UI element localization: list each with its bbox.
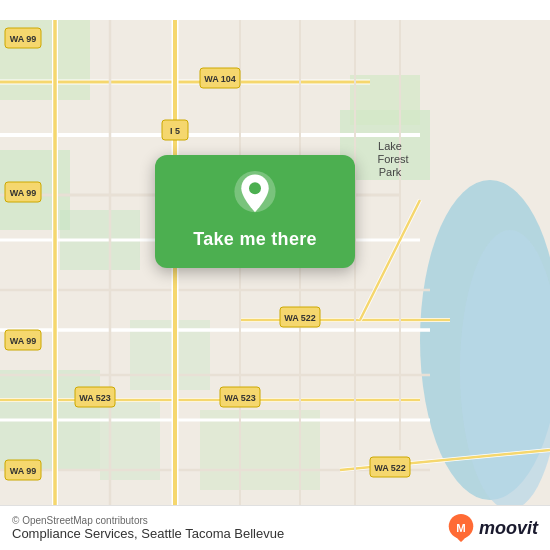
- take-me-there-card[interactable]: Take me there: [155, 155, 355, 268]
- svg-point-65: [249, 182, 261, 194]
- svg-text:Park: Park: [379, 166, 402, 178]
- take-me-there-label: Take me there: [193, 229, 317, 250]
- moovit-logo: M moovit: [447, 514, 538, 542]
- svg-text:Forest: Forest: [377, 153, 408, 165]
- svg-text:WA 99: WA 99: [10, 188, 37, 198]
- location-pin-icon: [231, 171, 279, 219]
- map-background: WA 99 WA 104 I 5 WA 99 I 5 WA 99 WA 523 …: [0, 0, 550, 550]
- svg-text:Lake: Lake: [378, 140, 402, 152]
- svg-text:WA 522: WA 522: [374, 463, 406, 473]
- bottom-left: © OpenStreetMap contributors Compliance …: [12, 515, 284, 541]
- osm-attribution: © OpenStreetMap contributors: [12, 515, 284, 526]
- svg-text:WA 99: WA 99: [10, 34, 37, 44]
- bottom-bar: © OpenStreetMap contributors Compliance …: [0, 505, 550, 550]
- svg-text:WA 523: WA 523: [224, 393, 256, 403]
- svg-text:WA 99: WA 99: [10, 466, 37, 476]
- svg-text:M: M: [456, 522, 465, 534]
- svg-text:WA 522: WA 522: [284, 313, 316, 323]
- moovit-text: moovit: [479, 518, 538, 539]
- svg-text:I 5: I 5: [170, 126, 180, 136]
- location-name: Compliance Services, Seattle Tacoma Bell…: [12, 526, 284, 541]
- map-container: WA 99 WA 104 I 5 WA 99 I 5 WA 99 WA 523 …: [0, 0, 550, 550]
- moovit-icon: M: [447, 514, 475, 542]
- svg-text:WA 523: WA 523: [79, 393, 111, 403]
- svg-text:WA 99: WA 99: [10, 336, 37, 346]
- svg-rect-8: [200, 410, 320, 490]
- svg-text:WA 104: WA 104: [204, 74, 236, 84]
